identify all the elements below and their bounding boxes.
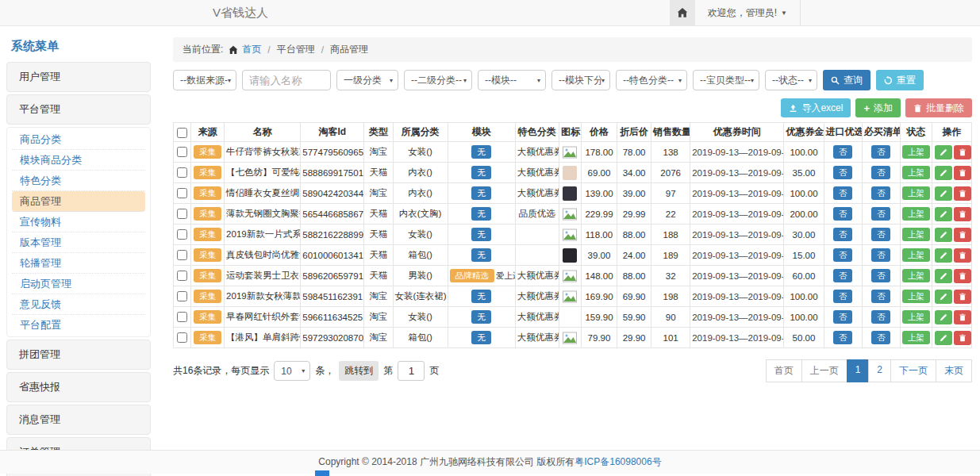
pager-button[interactable]: 2 (868, 359, 891, 382)
status-toggle[interactable]: 上架 (902, 310, 930, 324)
import-select-toggle[interactable]: 否 (833, 228, 853, 241)
search-button[interactable]: 查询 (823, 70, 870, 90)
page-number-input[interactable] (398, 361, 425, 381)
module-badge[interactable]: 无 (471, 310, 491, 324)
row-checkbox[interactable] (177, 332, 187, 343)
module-badge[interactable]: 无 (471, 207, 491, 221)
edit-button[interactable] (935, 186, 952, 201)
select-all-checkbox[interactable] (177, 128, 187, 138)
status-toggle[interactable]: 上架 (902, 269, 930, 282)
module-badge[interactable]: 无 (471, 186, 491, 200)
must-buy-toggle[interactable]: 否 (871, 269, 891, 282)
import-select-toggle[interactable]: 否 (833, 331, 853, 344)
edit-button[interactable] (935, 166, 952, 180)
status-toggle[interactable]: 上架 (902, 290, 930, 303)
sidebar-subitem-product-mgmt[interactable]: 商品管理 (12, 191, 145, 212)
import-select-toggle[interactable]: 否 (833, 248, 853, 262)
import-select-toggle[interactable]: 否 (833, 207, 853, 221)
sidebar-subitem-version-mgmt[interactable]: 版本管理 (12, 232, 145, 253)
row-checkbox[interactable] (177, 312, 187, 322)
row-checkbox[interactable] (177, 147, 187, 157)
delete-button[interactable] (954, 207, 971, 221)
must-buy-toggle[interactable]: 否 (871, 290, 891, 303)
status-toggle[interactable]: 上架 (902, 166, 930, 179)
edit-button[interactable] (935, 248, 952, 263)
status-toggle[interactable]: 上架 (902, 228, 930, 241)
breadcrumb-home-link[interactable]: 首页 (242, 43, 261, 56)
status-toggle[interactable]: 上架 (902, 186, 930, 200)
delete-button[interactable] (954, 310, 971, 324)
sidebar-item-groupbuy-mgmt[interactable]: 拼团管理 (6, 340, 151, 370)
reset-button[interactable]: 重置 (876, 70, 924, 90)
jump-button[interactable]: 跳转到 (339, 361, 379, 381)
filter-level1-category-select[interactable]: 一级分类▾ (336, 70, 398, 90)
must-buy-toggle[interactable]: 否 (871, 186, 891, 200)
delete-button[interactable] (954, 145, 971, 159)
sidebar-subitem-platform-config[interactable]: 平台配置 (12, 315, 145, 335)
edit-button[interactable] (935, 207, 952, 221)
import-excel-button[interactable]: 导入excel (781, 98, 851, 117)
filter-name-input[interactable] (242, 70, 331, 90)
home-button[interactable] (670, 0, 695, 26)
module-badge[interactable]: 无 (471, 248, 491, 262)
delete-button[interactable] (954, 331, 971, 345)
delete-button[interactable] (954, 269, 971, 283)
import-select-toggle[interactable]: 否 (833, 290, 853, 303)
filter-data-source-select[interactable]: --数据来源--▾ (173, 70, 236, 90)
sidebar-item-saving-news[interactable]: 省惠快报 (6, 372, 151, 402)
sidebar-subitem-promo-material[interactable]: 宣传物料 (12, 212, 145, 232)
pager-button[interactable]: 末页 (936, 359, 972, 382)
sidebar-subitem-feedback[interactable]: 意见反馈 (12, 294, 145, 315)
filter-module-select[interactable]: --模块--▾ (478, 70, 546, 90)
module-badge[interactable]: 无 (471, 166, 491, 179)
delete-button[interactable] (954, 248, 971, 263)
icp-link[interactable]: 粤ICP备16098006号 (575, 455, 661, 469)
edit-button[interactable] (935, 269, 952, 283)
import-select-toggle[interactable]: 否 (833, 145, 853, 159)
import-select-toggle[interactable]: 否 (833, 269, 853, 282)
import-select-toggle[interactable]: 否 (833, 310, 853, 324)
status-toggle[interactable]: 上架 (902, 207, 930, 221)
filter-status-select[interactable]: --状态--▾ (765, 70, 817, 90)
pager-button[interactable]: 1 (847, 359, 870, 382)
edit-button[interactable] (935, 310, 952, 324)
sidebar-subitem-feature-category[interactable]: 特色分类 (12, 171, 145, 191)
row-checkbox[interactable] (177, 167, 187, 178)
filter-level2-category-select[interactable]: --二级分类--▾ (404, 70, 472, 90)
must-buy-toggle[interactable]: 否 (871, 310, 891, 324)
status-toggle[interactable]: 上架 (902, 145, 930, 159)
edit-button[interactable] (935, 228, 952, 242)
row-checkbox[interactable] (177, 291, 187, 301)
module-badge[interactable]: 无 (471, 331, 491, 344)
pager-button[interactable]: 首页 (766, 359, 802, 382)
sidebar-item-user-mgmt[interactable]: 用户管理 (6, 62, 151, 92)
must-buy-toggle[interactable]: 否 (871, 145, 891, 159)
delete-button[interactable] (954, 166, 971, 180)
must-buy-toggle[interactable]: 否 (871, 207, 891, 221)
module-badge[interactable]: 无 (471, 145, 491, 159)
module-badge[interactable]: 品牌精选 (450, 269, 494, 282)
module-badge[interactable]: 无 (471, 228, 491, 241)
per-page-select[interactable]: 10 ▾ (274, 361, 310, 381)
row-checkbox[interactable] (177, 188, 187, 198)
edit-button[interactable] (935, 331, 952, 345)
filter-item-type-select[interactable]: --宝贝类型--▾ (693, 70, 759, 90)
must-buy-toggle[interactable]: 否 (871, 228, 891, 241)
sidebar-subitem-module-product-category[interactable]: 模块商品分类 (12, 150, 145, 171)
edit-button[interactable] (935, 290, 952, 304)
module-badge[interactable]: 无 (471, 290, 491, 303)
must-buy-toggle[interactable]: 否 (871, 166, 891, 179)
status-toggle[interactable]: 上架 (902, 248, 930, 262)
sidebar-item-message-mgmt[interactable]: 消息管理 (6, 405, 151, 435)
sidebar-item-platform-mgmt[interactable]: 平台管理 (6, 94, 151, 125)
status-toggle[interactable]: 上架 (902, 331, 930, 344)
pager-button[interactable]: 下一页 (890, 359, 936, 382)
filter-feature-category-select[interactable]: --特色分类--▾ (616, 70, 687, 90)
row-checkbox[interactable] (177, 209, 187, 219)
delete-button[interactable] (954, 186, 971, 201)
delete-button[interactable] (954, 228, 971, 242)
filter-module-subcategory-select[interactable]: --模块下分类--▾ (551, 70, 610, 90)
bulk-delete-button[interactable]: 批量删除 (905, 98, 972, 117)
row-checkbox[interactable] (177, 250, 187, 260)
sidebar-subitem-product-category[interactable]: 商品分类 (12, 129, 145, 150)
